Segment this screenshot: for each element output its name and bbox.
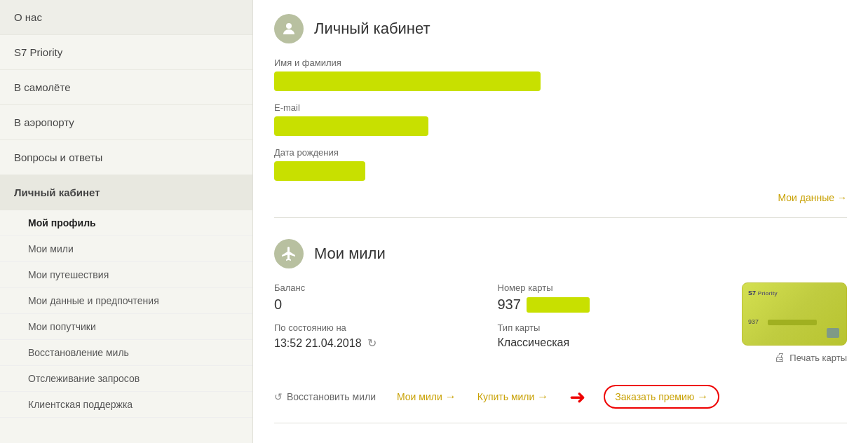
name-label: Имя и фамилия (274, 57, 847, 68)
sidebar-item-label: О нас (14, 11, 42, 23)
date-value: 13:52 21.04.2018 ↻ (274, 336, 498, 350)
main-content: Личный кабинет Имя и фамилия E-mail Дата… (253, 0, 868, 443)
sidebar-item-label: Вопросы и ответы (14, 151, 102, 163)
name-field-group: Имя и фамилия (274, 57, 847, 91)
buy-miles-label: Купить мили (477, 391, 535, 402)
sidebar-sub-mycompanions[interactable]: Мои попутчики (0, 314, 252, 340)
email-field-group: E-mail (274, 102, 847, 136)
my-miles-link[interactable]: Мои мили → (397, 390, 456, 403)
print-icon: 🖨 (774, 351, 785, 364)
sidebar-sub-myprofile[interactable]: Мой профиль (0, 210, 252, 236)
sidebar: О нас S7 Priority В самолёте В аэропорту… (0, 0, 253, 443)
sidebar-sub-label: Отслеживание запросов (28, 373, 140, 384)
print-card-row: 🖨 Печать карты (721, 351, 847, 364)
order-premium-link[interactable]: Заказать премию → (604, 385, 719, 409)
arrow-indicator: ➜ (569, 386, 583, 409)
bottom-links: ↺ Восстановить мили Мои мили → Купить ми… (274, 378, 847, 409)
personal-header: Личный кабинет (274, 14, 847, 43)
email-label: E-mail (274, 102, 847, 113)
card-number-row: 937 (498, 297, 721, 313)
balance-value: 0 (274, 297, 498, 313)
miles-section-title: Мои мили (314, 245, 386, 263)
birthday-label: Дата рождения (274, 147, 847, 158)
order-premium-arrow-icon: → (697, 390, 708, 403)
buy-miles-link[interactable]: Купить мили → (477, 390, 549, 403)
red-arrow-icon: ➜ (569, 386, 585, 409)
sidebar-sub-label: Восстановление миль (28, 347, 129, 358)
my-data-link-text: Мои данные (778, 192, 835, 203)
sidebar-item-faq[interactable]: Вопросы и ответы (0, 140, 252, 175)
birthday-field-group: Дата рождения (274, 147, 847, 181)
date-value-text: 13:52 21.04.2018 (274, 337, 362, 349)
name-value-bar (274, 71, 541, 91)
card-img-number-text: 937 (748, 318, 759, 325)
sidebar-item-label: В аэропорту (14, 116, 74, 128)
order-premium-label: Заказать премию (615, 391, 694, 402)
date-label: По состоянию на (274, 322, 498, 333)
card-logo: S7 Priority (748, 289, 778, 297)
card-img-number-bar (768, 320, 817, 325)
miles-icon (274, 239, 304, 268)
sidebar-sub-label: Мои данные и предпочтения (28, 295, 159, 306)
sidebar-item-label: S7 Priority (14, 46, 62, 58)
card-number-label: Номер карты (498, 282, 721, 293)
sidebar-item-about[interactable]: О нас (0, 0, 252, 35)
my-miles-label: Мои мили (397, 391, 442, 402)
sidebar-sub-mytravel[interactable]: Мои путешествия (0, 262, 252, 288)
restore-icon: ↺ (274, 391, 283, 402)
balance-label: Баланс (274, 282, 498, 293)
svg-point-0 (286, 23, 292, 29)
sidebar-sub-label: Мой профиль (28, 217, 96, 229)
sidebar-sub-label: Клиентская поддержка (28, 399, 133, 410)
miles-card-col: Номер карты 937 Тип карты Классическая (498, 282, 721, 364)
print-card-label: Печать карты (789, 353, 847, 363)
my-data-arrow-icon: → (837, 192, 847, 203)
sidebar-sub-support[interactable]: Клиентская поддержка (0, 392, 252, 418)
sidebar-sub-restoremiles[interactable]: Восстановление миль (0, 340, 252, 366)
refresh-icon[interactable]: ↻ (367, 337, 377, 349)
personal-section-title: Личный кабинет (314, 20, 430, 38)
buy-miles-arrow-icon: → (537, 390, 548, 403)
sidebar-item-s7priority[interactable]: S7 Priority (0, 35, 252, 70)
person-icon (274, 14, 304, 43)
sidebar-item-atairport[interactable]: В аэропорту (0, 105, 252, 140)
sidebar-sub-label: Мои попутчики (28, 321, 96, 332)
miles-balance-col: Баланс 0 По состоянию на 13:52 21.04.201… (274, 282, 498, 364)
card-type-label: Тип карты (498, 322, 721, 333)
card-img-chip (827, 328, 839, 338)
card-type-value: Классическая (498, 336, 721, 349)
my-data-link[interactable]: Мои данные → (778, 192, 847, 203)
sidebar-sub-label: Мои мили (28, 243, 74, 254)
sidebar-item-onplane[interactable]: В самолёте (0, 70, 252, 105)
sidebar-item-label: В самолёте (14, 81, 70, 93)
sidebar-sub-label: Мои путешествия (28, 269, 109, 280)
sidebar-item-cabinet[interactable]: Личный кабинет (0, 175, 252, 210)
miles-grid: Баланс 0 По состоянию на 13:52 21.04.201… (274, 282, 847, 364)
restore-miles-label: Восстановить мили (287, 391, 376, 402)
personal-section: Личный кабинет Имя и фамилия E-mail Дата… (274, 14, 847, 218)
sidebar-sub-mydata[interactable]: Мои данные и предпочтения (0, 288, 252, 314)
miles-section: Мои мили Баланс 0 По состоянию на 13:52 … (274, 239, 847, 423)
my-miles-arrow-icon: → (445, 390, 456, 403)
sidebar-sub-trackrequests[interactable]: Отслеживание запросов (0, 366, 252, 392)
miles-header: Мои мили (274, 239, 847, 268)
card-image: S7 Priority 937 (742, 282, 847, 346)
my-data-link-wrapper: Мои данные → (274, 192, 847, 203)
card-number-prefix: 937 (498, 297, 521, 313)
restore-miles-link[interactable]: ↺ Восстановить мили (274, 391, 376, 402)
sidebar-item-label: Личный кабинет (14, 186, 100, 198)
card-image-col: S7 Priority 937 🖨 Печать карты (721, 282, 847, 364)
sidebar-sub-mymiles[interactable]: Мои мили (0, 236, 252, 262)
email-value-bar (274, 116, 428, 136)
birthday-value-bar (274, 161, 365, 181)
card-number-hidden (527, 297, 590, 313)
